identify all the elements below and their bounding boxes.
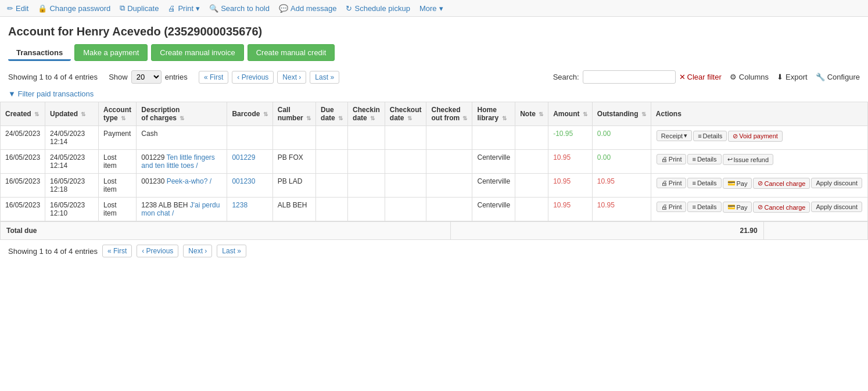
col-created[interactable]: Created ⇅ (1, 102, 45, 126)
schedule-pickup-button[interactable]: ↻ Schedule pickup (346, 4, 410, 13)
cell-note (515, 174, 548, 198)
action-issue-refund-button[interactable]: ↩Issue refund (723, 154, 774, 165)
barcode-link[interactable]: 001230 (232, 177, 255, 185)
cell-checkin-date (348, 174, 385, 198)
action-cancel-charge-button[interactable]: ⊘Cancel charge (753, 202, 810, 213)
configure-button[interactable]: 🔧 Configure (816, 73, 860, 81)
action-apply-discount-button[interactable]: Apply discount (811, 178, 862, 188)
col-description[interactable]: Descriptionof charges ⇅ (137, 102, 227, 126)
cell-note (515, 150, 548, 174)
tab-transactions[interactable]: Transactions (8, 45, 71, 61)
col-due-date[interactable]: Duedate ⇅ (316, 102, 348, 126)
show-select[interactable]: 201050100 (131, 70, 162, 84)
bottom-next-button[interactable]: Next › (183, 245, 212, 257)
description-link[interactable]: J'ai perdu mon chat / (141, 201, 220, 217)
barcode-link[interactable]: 001229 (232, 153, 255, 162)
cell-amount: 10.95 (548, 198, 593, 221)
col-home-library[interactable]: Homelibrary ⇅ (472, 102, 515, 126)
message-icon: 💬 (279, 4, 288, 13)
table-row: 24/05/202324/05/2023 12:14PaymentCash-10… (1, 126, 868, 150)
cell-created: 16/05/2023 (1, 174, 45, 198)
clear-filter-button[interactable]: ✕ Clear filter (679, 73, 722, 81)
outstanding-value: 10.95 (597, 201, 615, 209)
print-button[interactable]: 🖨 Print ▾ (168, 4, 200, 13)
action-details-button[interactable]: ≡Details (687, 202, 721, 212)
search-to-hold-button[interactable]: 🔍 Search to hold (209, 4, 270, 13)
last-button[interactable]: Last » (310, 71, 339, 84)
schedule-pickup-label: Schedule pickup (354, 4, 410, 13)
entries-label: entries (165, 73, 188, 81)
filter-paid-row[interactable]: ▼ Filter paid transactions (0, 87, 868, 102)
duplicate-icon: ⧉ (120, 3, 125, 13)
col-note[interactable]: Note ⇅ (515, 102, 548, 126)
tab-create-manual-credit[interactable]: Create manual credit (248, 44, 335, 61)
action-icon: 🖨 (661, 203, 668, 210)
cell-barcode: 1238 (227, 198, 272, 221)
edit-button[interactable]: ✏ Edit (7, 4, 28, 13)
cell-description: 001229 Ten little fingers and ten little… (137, 150, 227, 174)
show-label: Show (109, 73, 128, 81)
amount-value: -10.95 (553, 130, 573, 138)
action-void-payment-button[interactable]: ⊘Void payment (728, 131, 783, 142)
action-details-button[interactable]: ≡Details (693, 131, 727, 141)
description-link[interactable]: Peek-a-who? / (167, 177, 211, 185)
bottom-last-button[interactable]: Last » (217, 245, 246, 257)
search-input[interactable] (583, 70, 676, 84)
columns-button[interactable]: ⚙ Columns (730, 73, 769, 81)
more-button[interactable]: More ▾ (419, 4, 443, 13)
description-link[interactable]: Ten little fingers and ten little toes / (141, 153, 215, 170)
bottom-first-button[interactable]: « First (102, 245, 132, 257)
action-icon: ≡ (692, 203, 695, 210)
col-outstanding[interactable]: Outstanding ⇅ (592, 102, 651, 126)
col-checkin-date[interactable]: Checkindate ⇅ (348, 102, 385, 126)
cell-updated: 24/05/2023 12:14 (45, 126, 99, 150)
action-pay-button[interactable]: 💳Pay (723, 202, 752, 213)
action-print-button[interactable]: 🖨Print (657, 202, 687, 212)
cell-due-date (316, 174, 348, 198)
barcode-link[interactable]: 1238 (232, 201, 248, 209)
prev-button[interactable]: ‹ Previous (232, 71, 274, 84)
col-barcode[interactable]: Barcode ⇅ (227, 102, 272, 126)
action-icon: ⊘ (758, 180, 763, 187)
amount-value: 10.95 (553, 177, 571, 185)
first-button[interactable]: « First (199, 71, 228, 84)
cell-description: 1238 ALB BEH J'ai perdu mon chat / (137, 198, 227, 221)
action-cancel-charge-button[interactable]: ⊘Cancel charge (753, 178, 810, 189)
table-row: 16/05/202324/05/2023 12:14Lost item00122… (1, 150, 868, 174)
action-print-button[interactable]: 🖨Print (657, 154, 687, 164)
total-actions-spacer (763, 222, 867, 240)
show-entries-control: Showing 1 to 4 of 4 entries Show 2010501… (8, 70, 339, 84)
cell-created: 16/05/2023 (1, 198, 45, 221)
action-pay-button[interactable]: 💳Pay (723, 178, 752, 189)
action-print-button[interactable]: 🖨Print (657, 178, 687, 188)
col-checkout-date[interactable]: Checkoutdate ⇅ (385, 102, 426, 126)
action-apply-discount-button[interactable]: Apply discount (811, 202, 862, 212)
col-updated[interactable]: Updated ⇅ (45, 102, 99, 126)
col-checked-out-from[interactable]: Checkedout from ⇅ (426, 102, 472, 126)
col-account-type[interactable]: Accounttype ⇅ (99, 102, 137, 126)
edit-icon: ✏ (7, 4, 13, 13)
action-details-button[interactable]: ≡Details (687, 178, 721, 188)
cell-checkout-date (385, 126, 426, 150)
tab-make-payment[interactable]: Make a payment (74, 44, 148, 61)
cell-updated: 24/05/2023 12:14 (45, 150, 99, 174)
add-message-label: Add message (290, 4, 337, 13)
table-row: 16/05/202316/05/2023 12:18Lost item00123… (1, 174, 868, 198)
tab-create-manual-invoice[interactable]: Create manual invoice (151, 44, 243, 61)
next-button[interactable]: Next › (277, 71, 306, 84)
export-button[interactable]: ⬇ Export (777, 73, 808, 81)
cell-account-type: Payment (99, 126, 137, 150)
cell-home-library: Centerville (472, 150, 515, 174)
action-details-button[interactable]: ≡Details (687, 154, 721, 164)
col-actions: Actions (651, 102, 867, 126)
cell-created: 16/05/2023 (1, 150, 45, 174)
bottom-prev-button[interactable]: ‹ Previous (137, 245, 178, 257)
duplicate-button[interactable]: ⧉ Duplicate (120, 3, 159, 13)
col-call-number[interactable]: Callnumber ⇅ (272, 102, 315, 126)
action-receipt-button[interactable]: Receipt ▾ (657, 130, 692, 141)
add-message-button[interactable]: 💬 Add message (279, 4, 337, 13)
search-label: Search: (553, 73, 579, 81)
col-amount[interactable]: Amount ⇅ (548, 102, 593, 126)
more-dropdown-icon: ▾ (439, 4, 443, 13)
change-password-button[interactable]: 🔒 Change password (38, 4, 110, 13)
